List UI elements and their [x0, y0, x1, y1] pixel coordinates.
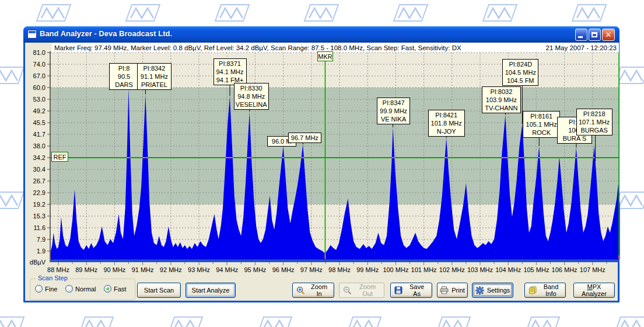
x-tick-label: 97 MHz: [300, 266, 323, 273]
app-icon: [27, 30, 37, 39]
band-info-button[interactable]: Band Info: [524, 283, 566, 298]
station-label-line: 96.7 MHz: [289, 134, 320, 142]
station-label-line: PRIATEL: [138, 81, 170, 89]
zoom-out-button[interactable]: Zoom Out: [339, 283, 384, 298]
deva-logo-watermark: [392, 3, 429, 23]
station-label-line: TV-CHANN: [483, 104, 520, 112]
station-label-line: 91.1 MHz: [138, 72, 170, 81]
band-info-icon: [528, 286, 537, 294]
x-tick-label: 98 MHz: [328, 266, 351, 273]
station-label: PI:824D104.5 MHz104.5 FM: [502, 59, 538, 86]
station-label-line: 103.9 MHz: [483, 96, 520, 104]
y-tick-label: 38.0: [33, 142, 46, 149]
gear-icon: [475, 286, 484, 295]
print-button[interactable]: Print: [437, 283, 468, 298]
mpx-analyzer-button[interactable]: MPX Analyzer: [573, 283, 615, 298]
y-tick-label: 81.0: [33, 49, 46, 56]
y-tick-label: 74.0: [33, 61, 46, 68]
start-scan-button[interactable]: Start Scan: [137, 283, 181, 298]
station-label-line: PI:8347: [378, 99, 409, 107]
radio-label: Fast: [114, 286, 126, 293]
deva-logo-watermark: [613, 315, 644, 327]
deva-logo-watermark: [167, 315, 204, 327]
station-label: PI:834291.1 MHzPRIATEL: [137, 63, 172, 90]
print-label: Print: [452, 287, 465, 294]
mid-level-band: [51, 88, 619, 204]
scan-step-radio-fine[interactable]: Fine: [35, 285, 57, 293]
station-label-line: VESELINA: [235, 100, 268, 109]
x-tick-label: 91 MHz: [132, 266, 154, 273]
zoom-in-label: Zoom In: [308, 283, 330, 297]
station-label: PI:8218107.1 MHzBURGAS: [576, 109, 612, 135]
y-tick-label: 1.9: [37, 248, 46, 255]
window-title: Band Analyzer - Deva Broadcast Ltd.: [40, 29, 172, 38]
zoom-in-button[interactable]: Zoom In: [292, 283, 334, 298]
radio-icon: [104, 285, 111, 293]
station-label-line: DARS: [110, 81, 138, 89]
y-tick-label: 67.0: [33, 72, 46, 79]
start-scan-label: Start Scan: [144, 287, 174, 294]
deva-logo-watermark: [124, 3, 162, 23]
y-tick-label: 7.9: [37, 236, 46, 243]
station-label-line: BURA S: [558, 134, 591, 142]
title-bar[interactable]: Band Analyzer - Deva Broadcast Ltd. ✕: [23, 26, 620, 43]
printer-icon: [440, 286, 449, 294]
close-button[interactable]: ✕: [602, 29, 615, 41]
minimize-button[interactable]: [575, 29, 587, 41]
x-tick-label: 100 MHz: [383, 266, 408, 273]
station-label-line: PI:824D: [503, 60, 537, 68]
x-tick-label: 94 MHz: [216, 266, 238, 273]
deva-logo-watermark: [0, 190, 26, 210]
x-tick-label: 101 MHz: [411, 266, 437, 273]
scan-step-radio-normal[interactable]: Normal: [65, 285, 96, 293]
desktop-background: Band Analyzer - Deva Broadcast Ltd. ✕ Ma…: [0, 0, 644, 327]
start-analyze-button[interactable]: Start Analyze: [186, 283, 236, 298]
radio-icon: [65, 285, 73, 293]
radio-label: Fine: [45, 286, 57, 293]
status-datetime: 21 May 2007 - 12:20:23: [546, 44, 617, 51]
save-as-button[interactable]: Save As: [390, 283, 432, 298]
station-label-line: 94.1 MHz: [215, 68, 246, 76]
save-as-label: Save As: [405, 283, 428, 297]
station-label-line: 94.8 MHz: [235, 92, 268, 100]
station-label-line: ROCK: [524, 128, 559, 137]
deva-logo-watermark: [570, 3, 608, 23]
x-tick-label: 99 MHz: [356, 266, 379, 273]
scan-step-radio-fast[interactable]: Fast: [104, 285, 126, 293]
maximize-button[interactable]: [589, 29, 601, 41]
deva-logo-watermark: [481, 3, 519, 23]
band-analyzer-window: Band Analyzer - Deva Broadcast Ltd. ✕ Ma…: [23, 26, 620, 302]
station-label-line: PI:8218: [578, 110, 611, 118]
station-label-line: 90.5: [110, 72, 138, 81]
y-tick-label: 49.2: [33, 107, 46, 114]
save-icon: [394, 286, 402, 294]
y-tick-label: 53.0: [33, 96, 46, 103]
station-label: PI:8421101.8 MHzN-JOY: [428, 110, 465, 137]
y-tick-label: 22.9: [33, 189, 46, 196]
status-bar: Marker Freq: 97.49 MHz, Marker Level: 0.…: [52, 43, 619, 53]
deva-logo-watermark: [345, 315, 383, 327]
ref-level-flag[interactable]: REF: [51, 152, 68, 162]
deva-logo-watermark: [0, 65, 26, 85]
band-info-label: Band Info: [540, 283, 562, 297]
maximize-icon: [592, 32, 597, 37]
radio-icon: [35, 285, 43, 293]
settings-label: Settings: [487, 287, 510, 294]
station-label-line: 101.8 MHz: [429, 119, 464, 127]
station-label: PI:8161105.1 MHzROCK: [523, 111, 560, 138]
scan-step-groupbox: Scan Step FineNormalFast: [30, 279, 135, 300]
x-tick-label: 106 MHz: [552, 266, 578, 273]
station-label-line: PI:8342: [138, 64, 170, 72]
station-label: PI:833094.8 MHzVESELINA: [234, 83, 269, 110]
y-tick-label: 19.2: [33, 201, 46, 208]
settings-button[interactable]: Settings: [472, 283, 513, 298]
x-axis-bar: [51, 259, 619, 262]
deva-logo-watermark: [214, 3, 251, 23]
station-label: PI:834799.9 MHzVE NIKA: [377, 98, 410, 124]
deva-logo-watermark: [524, 315, 561, 327]
marker-flag[interactable]: MKR: [317, 51, 333, 61]
station-label-line: PI:8330: [235, 84, 268, 92]
deva-logo-watermark: [35, 3, 72, 23]
x-tick-label: 103 MHz: [467, 266, 493, 273]
x-tick-label: 96 MHz: [272, 266, 295, 273]
